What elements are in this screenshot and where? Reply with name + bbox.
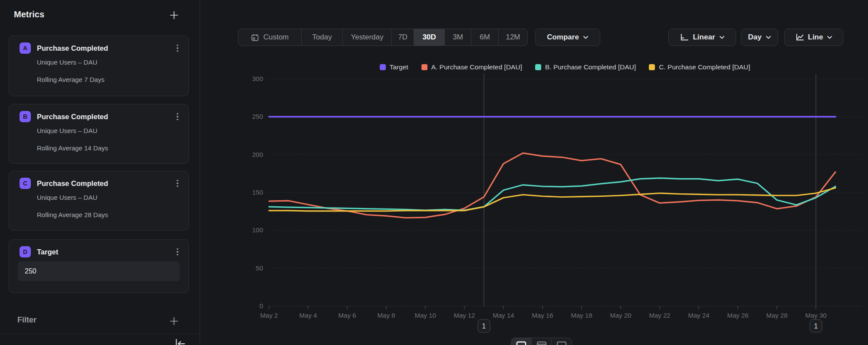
x-axis-label: May 30 (805, 312, 826, 319)
split-view-icon (536, 341, 547, 345)
x-axis-label: May 14 (493, 312, 514, 319)
svg-text:1: 1 (482, 322, 486, 330)
y-axis-label: 50 (256, 264, 263, 272)
x-axis-label: May 16 (532, 312, 553, 319)
x-axis-label: May 28 (766, 312, 787, 319)
y-axis-label: 200 (252, 151, 263, 158)
x-axis-label: May 10 (414, 312, 436, 319)
chart-canvas: 050100150200250300May 2May 4May 6May 8Ma… (0, 0, 868, 345)
view-toggle-table[interactable] (552, 338, 572, 345)
y-axis-label: 100 (252, 226, 263, 234)
x-axis-label: May 6 (339, 312, 356, 319)
y-axis-label: 150 (252, 189, 263, 196)
chart-view-icon (516, 341, 526, 345)
x-axis-label: May 8 (378, 312, 395, 319)
x-axis-label: May 20 (610, 312, 631, 319)
x-axis-label: May 18 (571, 312, 592, 319)
annotation-badge[interactable]: 1 (478, 319, 490, 332)
series-line (269, 188, 835, 211)
y-axis-label: 0 (260, 302, 263, 309)
view-switcher (511, 338, 572, 345)
view-toggle-split[interactable] (532, 338, 552, 345)
x-axis-label: May 24 (688, 312, 709, 319)
svg-text:1: 1 (814, 322, 818, 330)
x-axis-label: May 26 (727, 312, 748, 319)
x-axis-label: May 2 (260, 312, 278, 319)
view-toggle-chart[interactable] (511, 338, 532, 345)
y-axis-label: 250 (252, 113, 263, 120)
y-axis-label: 300 (252, 75, 263, 82)
x-axis-label: May 4 (299, 312, 317, 319)
x-axis-label: May 12 (454, 312, 475, 319)
table-view-icon (556, 341, 567, 345)
series-line (269, 178, 835, 210)
x-axis-label: May 22 (649, 312, 670, 319)
annotation-badge[interactable]: 1 (810, 319, 822, 332)
